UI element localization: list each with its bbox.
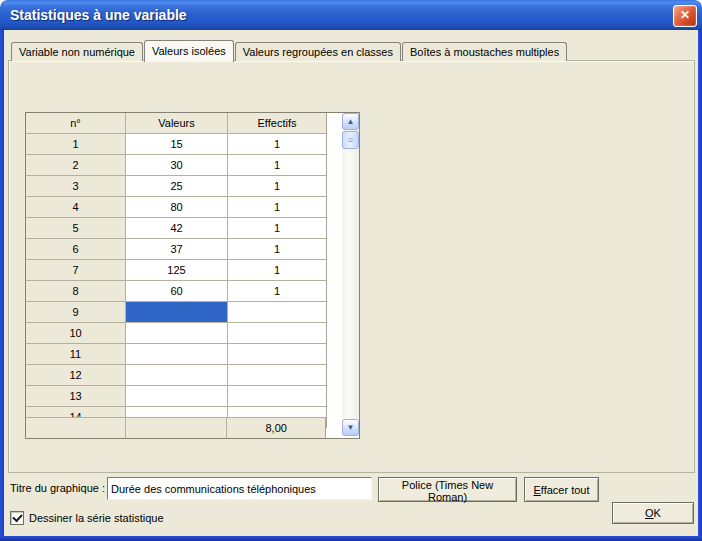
row-number-cell[interactable]: 2 <box>26 155 126 176</box>
table-row: 2 30 1 <box>26 155 326 176</box>
table-row: 9 <box>26 302 326 323</box>
row-number-cell[interactable]: 8 <box>26 281 126 302</box>
table-row: 12 <box>26 365 326 386</box>
column-header-valeurs: Valeurs <box>126 113 228 134</box>
effectif-cell[interactable]: 1 <box>228 155 326 176</box>
effectif-cell[interactable]: 1 <box>228 197 326 218</box>
table-total-row: 8,00 <box>26 417 326 438</box>
row-number-cell[interactable]: 12 <box>26 365 126 386</box>
tab-strip: Variable non numérique Valeurs isolées V… <box>11 39 568 61</box>
table-row: 6 37 1 <box>26 239 326 260</box>
effectif-cell[interactable] <box>228 323 326 344</box>
row-number-cell[interactable]: 6 <box>26 239 126 260</box>
ok-button[interactable]: OK <box>612 502 694 524</box>
dessiner-serie-checkbox[interactable] <box>10 511 24 525</box>
row-number-cell[interactable]: 10 <box>26 323 126 344</box>
table-row: 7 125 1 <box>26 260 326 281</box>
valeur-cell[interactable] <box>126 323 228 344</box>
table-header-row: n° Valeurs Effectifs <box>26 113 326 134</box>
effectif-cell[interactable]: 1 <box>228 260 326 281</box>
valeur-cell[interactable]: 25 <box>126 176 228 197</box>
valeur-cell[interactable] <box>126 302 228 323</box>
titre-graphique-label: Titre du graphique : <box>10 482 105 494</box>
titre-graphique-input[interactable] <box>107 477 372 500</box>
tab-valeurs-regroupees[interactable]: Valeurs regroupées en classes <box>235 42 401 61</box>
effectif-cell[interactable]: 1 <box>228 134 326 155</box>
table-row: 5 42 1 <box>26 218 326 239</box>
valeur-cell[interactable]: 60 <box>126 281 228 302</box>
data-grid: n° Valeurs Effectifs 1 15 1 2 30 1 3 25 … <box>26 113 327 428</box>
effectif-cell[interactable] <box>228 386 326 407</box>
valeur-cell[interactable]: 15 <box>126 134 228 155</box>
dialog-window: Statistiques à une variable ✕ Variable n… <box>0 0 702 541</box>
scrollbar-thumb[interactable]: ≡ <box>342 131 359 149</box>
table-row: 10 <box>26 323 326 344</box>
table-row: 4 80 1 <box>26 197 326 218</box>
effectif-cell[interactable]: 1 <box>228 281 326 302</box>
row-number-cell[interactable]: 3 <box>26 176 126 197</box>
window-frame-left <box>0 30 4 541</box>
valeur-cell[interactable]: 37 <box>126 239 228 260</box>
row-number-cell[interactable]: 5 <box>26 218 126 239</box>
table-row: 1 15 1 <box>26 134 326 155</box>
table-row: 3 25 1 <box>26 176 326 197</box>
effectif-cell[interactable] <box>228 365 326 386</box>
row-number-cell[interactable]: 9 <box>26 302 126 323</box>
table-body: 1 15 1 2 30 1 3 25 1 4 80 1 5 42 1 6 37 … <box>26 134 326 428</box>
effectif-cell[interactable]: 1 <box>228 176 326 197</box>
tab-boites-moustaches[interactable]: Boîtes à moustaches multiples <box>402 42 567 61</box>
row-number-cell[interactable]: 11 <box>26 344 126 365</box>
column-header-n: n° <box>26 113 126 134</box>
tab-variable-non-numerique[interactable]: Variable non numérique <box>11 42 143 61</box>
dessiner-serie-label[interactable]: Dessiner la série statistique <box>29 512 164 524</box>
row-number-cell[interactable]: 13 <box>26 386 126 407</box>
valeur-cell[interactable]: 42 <box>126 218 228 239</box>
close-icon[interactable]: ✕ <box>673 5 697 27</box>
window-title: Statistiques à une variable <box>10 0 187 30</box>
row-number-cell[interactable]: 1 <box>26 134 126 155</box>
valeur-cell[interactable]: 30 <box>126 155 228 176</box>
column-header-effectifs: Effectifs <box>228 113 326 134</box>
row-number-cell[interactable]: 4 <box>26 197 126 218</box>
total-empty-n <box>26 418 126 438</box>
title-bar[interactable]: Statistiques à une variable ✕ <box>0 0 702 30</box>
effectif-cell[interactable] <box>228 302 326 323</box>
window-frame-bottom <box>0 536 702 541</box>
police-button[interactable]: Police (Times New Roman) <box>378 477 517 502</box>
tab-valeurs-isolees[interactable]: Valeurs isolées <box>144 40 234 62</box>
total-empty-valeurs <box>126 418 228 438</box>
vertical-scrollbar[interactable]: ▲ ≡ ▼ <box>342 113 359 436</box>
effectif-cell[interactable]: 1 <box>228 218 326 239</box>
effectif-cell[interactable]: 1 <box>228 239 326 260</box>
effectif-cell[interactable] <box>228 344 326 365</box>
table-row: 13 <box>26 386 326 407</box>
data-table: n° Valeurs Effectifs 1 15 1 2 30 1 3 25 … <box>25 112 360 439</box>
total-effectifs: 8,00 <box>227 418 325 438</box>
scroll-up-icon[interactable]: ▲ <box>342 113 359 130</box>
scroll-down-icon[interactable]: ▼ <box>342 419 359 436</box>
effacer-tout-button[interactable]: Effacer tout <box>524 477 599 502</box>
valeur-cell[interactable] <box>126 386 228 407</box>
valeur-cell[interactable] <box>126 344 228 365</box>
valeur-cell[interactable]: 125 <box>126 260 228 281</box>
window-frame-right <box>698 30 702 541</box>
valeur-cell[interactable] <box>126 365 228 386</box>
valeur-cell[interactable]: 80 <box>126 197 228 218</box>
row-number-cell[interactable]: 7 <box>26 260 126 281</box>
table-row: 8 60 1 <box>26 281 326 302</box>
table-row: 11 <box>26 344 326 365</box>
